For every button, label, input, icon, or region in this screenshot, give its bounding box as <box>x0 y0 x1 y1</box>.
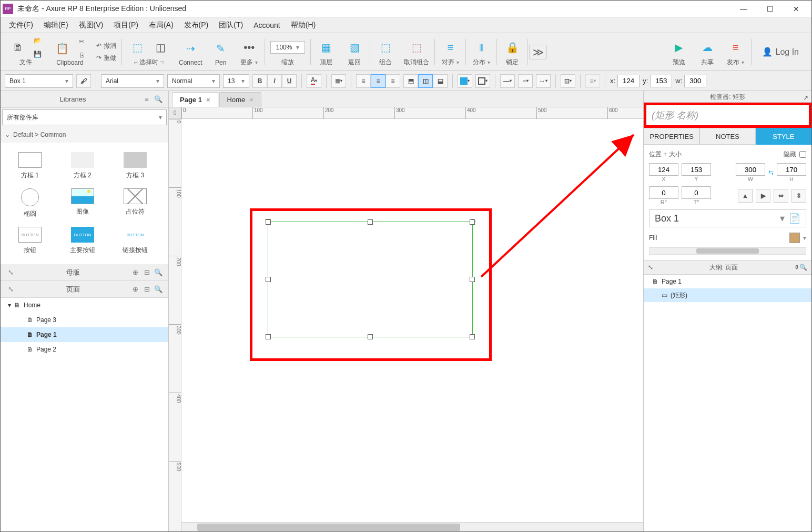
outline-row[interactable]: 🗎Page 1 <box>644 275 811 288</box>
size-h-input[interactable] <box>777 163 806 176</box>
widget-box2[interactable]: 方框 2 <box>56 148 109 184</box>
lock-icon[interactable]: 🔒 <box>502 37 522 57</box>
menu-team[interactable]: 团队(T) <box>214 18 248 32</box>
libraries-menu-icon[interactable]: ≡ <box>141 94 153 105</box>
style-painter-icon[interactable]: 🖌 <box>76 74 91 88</box>
menu-publish[interactable]: 发布(P) <box>179 18 214 32</box>
valign-bottom-button[interactable]: ⬓ <box>433 74 448 88</box>
font-size-combo[interactable]: 13▾ <box>223 74 249 88</box>
flip-v-icon[interactable]: ▶ <box>756 189 770 203</box>
rotation-input[interactable] <box>649 186 678 199</box>
fill-dropdown-icon[interactable]: ▾ <box>803 234 806 242</box>
widget-type-combo[interactable]: Box 1▾ <box>5 74 73 88</box>
hide-checkbox[interactable] <box>799 151 806 158</box>
pos-x-input[interactable] <box>649 163 678 176</box>
align-center-button[interactable]: ≡ <box>371 74 385 88</box>
resize-handle-sw[interactable] <box>266 334 271 339</box>
paste-icon[interactable]: 📋 <box>52 38 72 58</box>
close-button[interactable]: ✕ <box>783 1 809 17</box>
menu-file[interactable]: 文件(F) <box>4 18 38 32</box>
font-combo[interactable]: Arial▾ <box>101 74 164 88</box>
masters-search-icon[interactable]: 🔍 <box>153 267 164 278</box>
line-style-button[interactable]: ┄▾ <box>518 74 533 88</box>
undo-button[interactable]: ↶ 撤消 <box>96 42 116 51</box>
ruler-origin[interactable]: 0 <box>169 107 181 119</box>
preview-icon[interactable]: ▶ <box>669 37 689 57</box>
widget-placeholder[interactable]: 占位符 <box>109 184 161 223</box>
align-icon[interactable]: ≡ <box>440 37 460 57</box>
distribute-icon[interactable]: ⫴ <box>471 37 491 57</box>
align-right-button[interactable]: ≡ <box>385 74 400 88</box>
pages-add-page-icon[interactable]: ⊞ <box>141 284 153 295</box>
widget-ellipse[interactable]: 椭圆 <box>4 184 56 223</box>
resize-handle-nw[interactable] <box>266 219 271 225</box>
menu-edit[interactable]: 编辑(E) <box>38 18 74 32</box>
lock-aspect-icon[interactable]: ⇆ <box>768 169 774 176</box>
page-tree-row[interactable]: 🗎Page 1 <box>1 327 168 342</box>
library-selector-combo[interactable]: 所有部件库▾ <box>2 109 167 125</box>
widget-box1[interactable]: 方框 1 <box>4 148 56 184</box>
widget-link-button[interactable]: BUTTON链接按钮 <box>109 223 161 259</box>
maximize-button[interactable]: ☐ <box>757 1 783 17</box>
page-tree-row[interactable]: 🗎Page 3 <box>1 313 168 327</box>
canvas[interactable] <box>181 119 643 522</box>
masters-add-page-icon[interactable]: ⊞ <box>141 267 153 278</box>
style-manage-icon[interactable]: 📄 <box>789 213 800 224</box>
style-name-combo[interactable]: Box 1 ▾📄 <box>649 209 806 227</box>
masters-add-folder-icon[interactable]: ⊕ <box>129 267 141 278</box>
widget-button[interactable]: BUTTON按钮 <box>4 223 56 259</box>
pos-y-input[interactable] <box>682 163 711 176</box>
outline-search-icon[interactable]: 🔍 <box>799 264 807 271</box>
redo-button[interactable]: ↷ 重做 <box>96 54 116 63</box>
outline-row[interactable]: ▭(矩形) <box>644 288 811 302</box>
fill-color-button[interactable]: ▾ <box>458 74 472 88</box>
widget-box3[interactable]: 方框 3 <box>109 148 161 184</box>
widget-primary-button[interactable]: BUTTON主要按钮 <box>56 223 109 259</box>
menu-account[interactable]: Account <box>248 19 286 32</box>
select-tool-icon[interactable]: ⬚ <box>127 37 147 57</box>
w-input[interactable] <box>684 75 706 87</box>
resize-handle-ne[interactable] <box>470 219 475 225</box>
align-label[interactable]: 对齐 <box>442 58 459 67</box>
more-label[interactable]: 更多 <box>240 58 258 67</box>
widget-image[interactable]: 图像 <box>56 184 109 223</box>
zoom-combo[interactable]: 100%▾ <box>270 41 306 54</box>
arrow-style-button[interactable]: ↔▾ <box>536 74 551 88</box>
bold-button[interactable]: B <box>252 74 267 88</box>
autofit-h-icon[interactable]: ⇕ <box>791 189 806 203</box>
valign-top-button[interactable]: ⬒ <box>403 74 418 88</box>
line-color-button[interactable]: ▾ <box>475 74 490 88</box>
page-tree-row[interactable]: ▾🗎Home <box>1 298 168 313</box>
libraries-search-icon[interactable]: 🔍 <box>153 94 164 105</box>
pages-add-folder-icon[interactable]: ⊕ <box>129 284 141 295</box>
library-section-toggle[interactable]: ⌄Default > Common <box>1 127 168 143</box>
canvas-scrollbar-h[interactable] <box>181 522 643 531</box>
select-intersect-icon[interactable]: ◫ <box>150 37 170 57</box>
page-tree-row[interactable]: 🗎Page 2 <box>1 342 168 357</box>
pages-search-icon[interactable]: 🔍 <box>153 284 164 295</box>
tab-close-icon[interactable]: × <box>206 96 210 104</box>
resize-handle-e[interactable] <box>470 277 475 282</box>
pages-collapse-icon[interactable]: ⤡ <box>5 284 16 295</box>
group-icon[interactable]: ⬚ <box>375 37 395 57</box>
flip-h-icon[interactable]: ▲ <box>738 189 753 203</box>
tab-home[interactable]: Home× <box>219 92 261 107</box>
pen-tool-icon[interactable]: ✎ <box>211 38 231 58</box>
italic-button[interactable]: I <box>267 74 282 88</box>
menu-help[interactable]: 帮助(H) <box>286 18 321 32</box>
connect-tool-icon[interactable]: ⇢ <box>180 38 200 58</box>
fill-swatch[interactable] <box>789 233 800 243</box>
resize-handle-se[interactable] <box>470 334 475 339</box>
font-weight-combo[interactable]: Normal▾ <box>167 74 220 88</box>
cut-icon[interactable]: ✂ <box>75 35 88 48</box>
resize-handle-n[interactable] <box>368 219 373 225</box>
align-left-button[interactable]: ≡ <box>356 74 371 88</box>
publish-icon[interactable]: ≡ <box>726 37 746 57</box>
masters-collapse-icon[interactable]: ⤡ <box>5 267 16 278</box>
tab-style[interactable]: STYLE <box>756 128 811 145</box>
tab-notes[interactable]: NOTES <box>699 128 755 145</box>
underline-button[interactable]: U <box>282 74 297 88</box>
outline-filter-icon[interactable]: ⚱ <box>794 264 799 271</box>
more-tools-icon[interactable]: ••• <box>239 37 259 57</box>
resize-handle-w[interactable] <box>266 277 271 282</box>
